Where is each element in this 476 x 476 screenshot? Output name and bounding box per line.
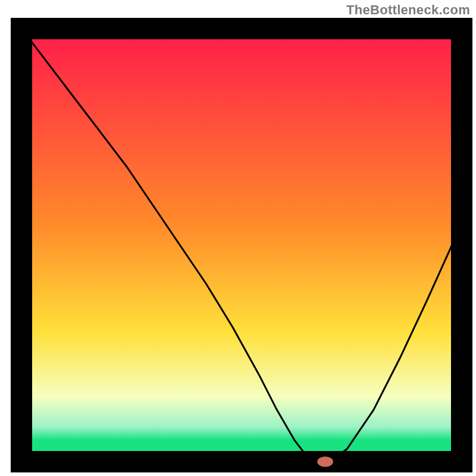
optimal-marker xyxy=(317,456,333,466)
chart-container: TheBottleneck.com xyxy=(0,0,476,476)
bottleneck-chart xyxy=(0,0,476,476)
plot-area xyxy=(21,29,462,467)
attribution-text: TheBottleneck.com xyxy=(346,2,470,18)
svg-rect-0 xyxy=(21,29,462,462)
